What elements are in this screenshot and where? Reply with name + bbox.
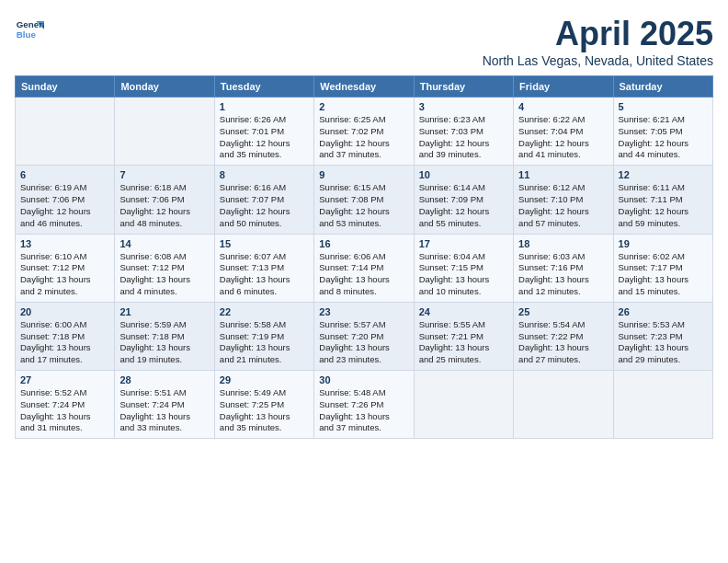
calendar-week-row: 1Sunrise: 6:26 AM Sunset: 7:01 PM Daylig… <box>16 98 713 166</box>
day-number: 2 <box>319 101 408 112</box>
calendar-cell: 27Sunrise: 5:52 AM Sunset: 7:24 PM Dayli… <box>16 371 115 439</box>
day-number: 19 <box>619 238 708 249</box>
calendar-cell: 3Sunrise: 6:23 AM Sunset: 7:03 PM Daylig… <box>414 98 513 166</box>
calendar-week-row: 20Sunrise: 6:00 AM Sunset: 7:18 PM Dayli… <box>16 302 713 370</box>
calendar-cell: 9Sunrise: 6:15 AM Sunset: 7:08 PM Daylig… <box>314 166 414 234</box>
day-of-week-header: Monday <box>115 76 214 98</box>
day-info: Sunrise: 6:23 AM Sunset: 7:03 PM Dayligh… <box>419 114 508 161</box>
day-number: 3 <box>419 101 508 112</box>
day-number: 23 <box>319 306 408 317</box>
calendar-cell: 25Sunrise: 5:54 AM Sunset: 7:22 PM Dayli… <box>514 302 613 370</box>
day-info: Sunrise: 6:04 AM Sunset: 7:15 PM Dayligh… <box>419 251 508 298</box>
day-number: 22 <box>220 306 309 317</box>
svg-text:Blue: Blue <box>17 29 37 40</box>
day-number: 10 <box>419 169 508 180</box>
day-number: 8 <box>220 169 309 180</box>
day-of-week-header: Wednesday <box>314 76 414 98</box>
day-info: Sunrise: 6:02 AM Sunset: 7:17 PM Dayligh… <box>619 251 708 298</box>
day-number: 16 <box>319 238 408 249</box>
day-info: Sunrise: 5:48 AM Sunset: 7:26 PM Dayligh… <box>319 387 408 434</box>
day-info: Sunrise: 5:58 AM Sunset: 7:19 PM Dayligh… <box>220 319 309 366</box>
day-info: Sunrise: 6:22 AM Sunset: 7:04 PM Dayligh… <box>518 114 608 161</box>
calendar-cell <box>115 98 214 166</box>
calendar-cell: 7Sunrise: 6:18 AM Sunset: 7:06 PM Daylig… <box>115 166 214 234</box>
day-number: 30 <box>319 374 408 385</box>
calendar-table: SundayMondayTuesdayWednesdayThursdayFrid… <box>15 75 713 439</box>
day-number: 15 <box>220 238 309 249</box>
day-info: Sunrise: 6:00 AM Sunset: 7:18 PM Dayligh… <box>20 319 109 366</box>
calendar-cell: 23Sunrise: 5:57 AM Sunset: 7:20 PM Dayli… <box>314 302 414 370</box>
day-info: Sunrise: 6:12 AM Sunset: 7:10 PM Dayligh… <box>518 182 608 229</box>
day-info: Sunrise: 6:08 AM Sunset: 7:12 PM Dayligh… <box>119 251 209 298</box>
day-number: 1 <box>220 101 309 112</box>
logo: General Blue <box>15 15 44 44</box>
calendar-cell: 30Sunrise: 5:48 AM Sunset: 7:26 PM Dayli… <box>314 371 414 439</box>
day-number: 20 <box>20 306 109 317</box>
calendar-cell: 6Sunrise: 6:19 AM Sunset: 7:06 PM Daylig… <box>16 166 115 234</box>
calendar-cell: 13Sunrise: 6:10 AM Sunset: 7:12 PM Dayli… <box>16 234 115 302</box>
day-info: Sunrise: 5:57 AM Sunset: 7:20 PM Dayligh… <box>319 319 408 366</box>
day-of-week-header: Tuesday <box>214 76 313 98</box>
calendar-cell: 4Sunrise: 6:22 AM Sunset: 7:04 PM Daylig… <box>514 98 613 166</box>
day-info: Sunrise: 6:06 AM Sunset: 7:14 PM Dayligh… <box>319 251 408 298</box>
day-info: Sunrise: 5:52 AM Sunset: 7:24 PM Dayligh… <box>20 387 109 434</box>
day-info: Sunrise: 6:15 AM Sunset: 7:08 PM Dayligh… <box>319 182 408 229</box>
day-number: 25 <box>518 306 608 317</box>
calendar-cell: 16Sunrise: 6:06 AM Sunset: 7:14 PM Dayli… <box>314 234 414 302</box>
calendar-cell: 26Sunrise: 5:53 AM Sunset: 7:23 PM Dayli… <box>613 302 712 370</box>
day-number: 18 <box>518 238 608 249</box>
calendar-cell: 28Sunrise: 5:51 AM Sunset: 7:24 PM Dayli… <box>115 371 214 439</box>
day-number: 12 <box>619 169 708 180</box>
days-of-week-row: SundayMondayTuesdayWednesdayThursdayFrid… <box>16 76 713 98</box>
calendar-body: 1Sunrise: 6:26 AM Sunset: 7:01 PM Daylig… <box>16 98 713 439</box>
calendar-cell: 19Sunrise: 6:02 AM Sunset: 7:17 PM Dayli… <box>613 234 712 302</box>
day-of-week-header: Thursday <box>414 76 513 98</box>
day-number: 17 <box>419 238 508 249</box>
day-info: Sunrise: 6:14 AM Sunset: 7:09 PM Dayligh… <box>419 182 508 229</box>
day-info: Sunrise: 5:49 AM Sunset: 7:25 PM Dayligh… <box>220 387 309 434</box>
day-info: Sunrise: 6:19 AM Sunset: 7:06 PM Dayligh… <box>20 182 109 229</box>
calendar-cell: 24Sunrise: 5:55 AM Sunset: 7:21 PM Dayli… <box>414 302 513 370</box>
day-number: 9 <box>319 169 408 180</box>
day-number: 5 <box>619 101 708 112</box>
day-number: 4 <box>518 101 608 112</box>
day-number: 7 <box>119 169 209 180</box>
day-info: Sunrise: 5:51 AM Sunset: 7:24 PM Dayligh… <box>119 387 209 434</box>
day-number: 21 <box>119 306 209 317</box>
calendar-cell: 15Sunrise: 6:07 AM Sunset: 7:13 PM Dayli… <box>214 234 313 302</box>
calendar-week-row: 27Sunrise: 5:52 AM Sunset: 7:24 PM Dayli… <box>16 371 713 439</box>
day-info: Sunrise: 6:25 AM Sunset: 7:02 PM Dayligh… <box>319 114 408 161</box>
day-number: 6 <box>20 169 109 180</box>
day-of-week-header: Sunday <box>16 76 115 98</box>
day-number: 28 <box>119 374 209 385</box>
month-title: April 2025 <box>483 15 713 53</box>
day-info: Sunrise: 5:55 AM Sunset: 7:21 PM Dayligh… <box>419 319 508 366</box>
calendar-cell: 21Sunrise: 5:59 AM Sunset: 7:18 PM Dayli… <box>115 302 214 370</box>
day-info: Sunrise: 6:18 AM Sunset: 7:06 PM Dayligh… <box>119 182 209 229</box>
day-of-week-header: Saturday <box>613 76 712 98</box>
day-number: 24 <box>419 306 508 317</box>
title-section: April 2025 North Las Vegas, Nevada, Unit… <box>483 15 713 68</box>
day-info: Sunrise: 5:53 AM Sunset: 7:23 PM Dayligh… <box>619 319 708 366</box>
day-info: Sunrise: 6:11 AM Sunset: 7:11 PM Dayligh… <box>619 182 708 229</box>
page-header: General Blue April 2025 North Las Vegas,… <box>15 15 713 68</box>
calendar-cell: 10Sunrise: 6:14 AM Sunset: 7:09 PM Dayli… <box>414 166 513 234</box>
day-number: 13 <box>20 238 109 249</box>
calendar-cell: 20Sunrise: 6:00 AM Sunset: 7:18 PM Dayli… <box>16 302 115 370</box>
logo-icon: General Blue <box>15 15 44 44</box>
calendar-cell: 11Sunrise: 6:12 AM Sunset: 7:10 PM Dayli… <box>514 166 613 234</box>
calendar-cell: 8Sunrise: 6:16 AM Sunset: 7:07 PM Daylig… <box>214 166 313 234</box>
calendar-cell: 17Sunrise: 6:04 AM Sunset: 7:15 PM Dayli… <box>414 234 513 302</box>
calendar-week-row: 13Sunrise: 6:10 AM Sunset: 7:12 PM Dayli… <box>16 234 713 302</box>
calendar-cell: 5Sunrise: 6:21 AM Sunset: 7:05 PM Daylig… <box>613 98 712 166</box>
day-info: Sunrise: 5:59 AM Sunset: 7:18 PM Dayligh… <box>119 319 209 366</box>
day-number: 29 <box>220 374 309 385</box>
day-info: Sunrise: 6:21 AM Sunset: 7:05 PM Dayligh… <box>619 114 708 161</box>
calendar-cell: 1Sunrise: 6:26 AM Sunset: 7:01 PM Daylig… <box>214 98 313 166</box>
day-info: Sunrise: 5:54 AM Sunset: 7:22 PM Dayligh… <box>518 319 608 366</box>
svg-text:General: General <box>17 19 44 29</box>
day-number: 26 <box>619 306 708 317</box>
calendar-cell: 14Sunrise: 6:08 AM Sunset: 7:12 PM Dayli… <box>115 234 214 302</box>
day-info: Sunrise: 6:26 AM Sunset: 7:01 PM Dayligh… <box>220 114 309 161</box>
day-info: Sunrise: 6:07 AM Sunset: 7:13 PM Dayligh… <box>220 251 309 298</box>
